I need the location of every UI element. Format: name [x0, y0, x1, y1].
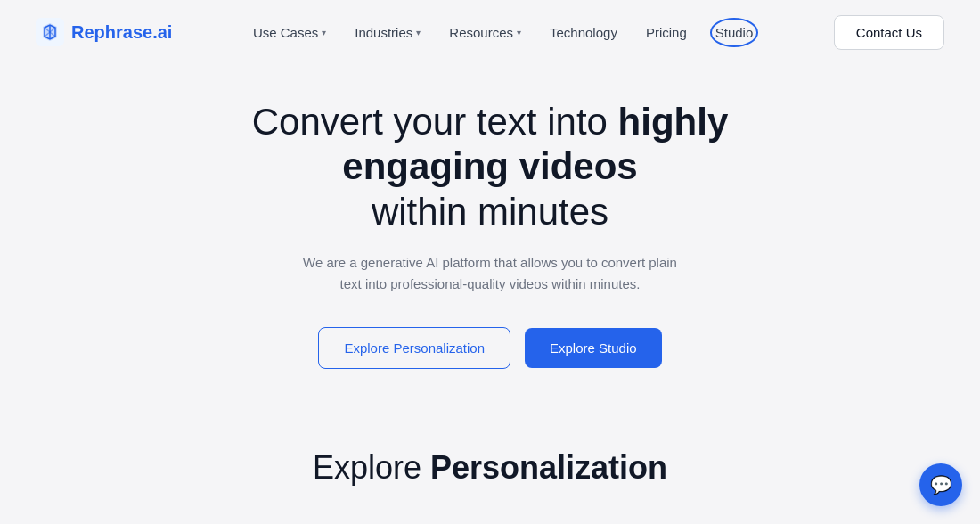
- nav-links: Use Cases ▾ Industries ▾ Resources ▾ Tec…: [253, 25, 753, 40]
- explore-personalization-button[interactable]: Explore Personalization: [318, 327, 510, 369]
- nav-item-industries[interactable]: Industries ▾: [355, 25, 421, 40]
- brand-name: Rephrase.ai: [71, 22, 172, 43]
- nav-studio-label: Studio: [715, 25, 754, 40]
- chat-icon: 💬: [930, 474, 952, 495]
- hero-title: Convert your text into highly engaging v…: [187, 100, 793, 234]
- explore-title-normal: Explore: [313, 449, 421, 486]
- hero-subtitle: We are a generative AI platform that all…: [303, 252, 677, 295]
- hero-title-normal: Convert your text into: [252, 101, 608, 143]
- hero-section: Convert your text into highly engaging v…: [0, 64, 980, 440]
- explore-studio-button[interactable]: Explore Studio: [525, 328, 662, 368]
- nav-item-resources[interactable]: Resources ▾: [449, 25, 521, 40]
- nav-item-studio[interactable]: Studio: [715, 25, 754, 40]
- contact-us-button[interactable]: Contact Us: [834, 15, 944, 50]
- explore-personalization-section: Explore Personalization: [0, 440, 980, 487]
- logo-icon: [36, 18, 64, 46]
- explore-section-title: Explore Personalization: [0, 449, 980, 487]
- chevron-down-icon: ▾: [517, 28, 521, 37]
- nav-technology-label: Technology: [550, 25, 617, 40]
- nav-pricing-label: Pricing: [646, 25, 687, 40]
- chevron-down-icon: ▾: [322, 28, 326, 37]
- nav-resources-label: Resources: [449, 25, 513, 40]
- logo[interactable]: Rephrase.ai: [36, 18, 172, 46]
- chat-button[interactable]: 💬: [919, 463, 962, 506]
- cta-buttons: Explore Personalization Explore Studio: [318, 327, 661, 369]
- nav-item-pricing[interactable]: Pricing: [646, 25, 687, 40]
- nav-item-use-cases[interactable]: Use Cases ▾: [253, 25, 326, 40]
- nav-item-technology[interactable]: Technology: [550, 25, 617, 40]
- nav-use-cases-label: Use Cases: [253, 25, 318, 40]
- navbar: Rephrase.ai Use Cases ▾ Industries ▾ Res…: [0, 0, 980, 64]
- chevron-down-icon: ▾: [416, 28, 421, 37]
- nav-industries-label: Industries: [355, 25, 412, 40]
- explore-title-bold: Personalization: [430, 449, 667, 486]
- hero-title-end: within minutes: [372, 191, 608, 233]
